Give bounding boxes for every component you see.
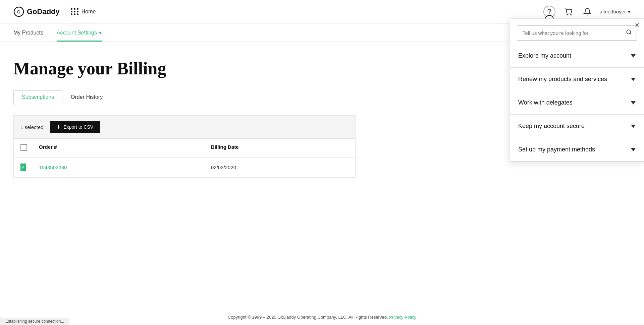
help-panel: ✕ Explore my account Renew my products a… <box>510 18 644 162</box>
home-label: Home <box>82 9 96 15</box>
privacy-policy-link[interactable]: Privacy Policy <box>389 315 416 320</box>
table-row: ✓ 1643502280 02/03/2020 <box>14 157 355 177</box>
chevron-down-icon <box>631 125 636 128</box>
nav-account-settings-chevron-icon: ▾ <box>99 29 102 36</box>
logo: G GoDaddy <box>13 6 60 17</box>
selected-count: 1 selected <box>20 124 43 130</box>
main-content: Manage your Billing Subscriptions Order … <box>0 42 369 191</box>
billing-date-value: 02/03/2020 <box>211 165 236 170</box>
chevron-down-icon <box>631 54 636 58</box>
svg-point-3 <box>571 14 571 15</box>
help-item-delegates[interactable]: Work with delegates <box>510 91 644 115</box>
table-cell-checkbox[interactable]: ✓ <box>14 157 32 177</box>
help-item-secure-label: Keep my account secure <box>518 123 585 130</box>
svg-line-5 <box>630 33 631 34</box>
nav-item-account-settings[interactable]: Account Settings ▾ <box>57 29 102 42</box>
help-item-renew-label: Renew my products and services <box>518 76 607 83</box>
help-item-renew[interactable]: Renew my products and services <box>510 68 644 91</box>
table-header: Order # Billing Date <box>14 139 355 157</box>
header-right: ? + uifeedbuyer ▾ <box>543 6 631 18</box>
chevron-down-icon <box>631 148 636 151</box>
table-header-billing-date: Billing Date <box>204 139 288 157</box>
cart-icon <box>564 8 572 16</box>
home-link[interactable]: Home <box>71 8 96 15</box>
footer-copyright: Copyright © 1999 – 2020 GoDaddy Operatin… <box>228 315 388 320</box>
page-title: Manage your Billing <box>13 59 356 78</box>
svg-text:G: G <box>17 10 20 14</box>
row-checkbox-checked[interactable]: ✓ <box>20 164 26 171</box>
nav-item-my-products[interactable]: My Products <box>13 30 43 42</box>
table-cell-extra <box>288 157 355 177</box>
table-cell-order-num: 1643502280 <box>32 157 204 177</box>
godaddy-logo-icon: G <box>13 6 24 17</box>
export-icon: ⬇ <box>57 124 61 130</box>
table-header-order-num: Order # <box>32 139 204 157</box>
selected-bar: 1 selected ⬇ Export to CSV <box>13 115 356 138</box>
table-header-checkbox <box>14 139 32 157</box>
close-icon: ✕ <box>635 22 640 28</box>
orders-table: Order # Billing Date ✓ 1643502280 02/03/… <box>13 138 356 178</box>
help-search-box <box>510 19 644 44</box>
chevron-down-icon <box>631 78 636 81</box>
tab-subscriptions[interactable]: Subscriptions <box>13 90 62 105</box>
table-cell-billing-date: 02/03/2020 <box>204 157 288 177</box>
cart-button[interactable] <box>562 6 574 18</box>
svg-point-2 <box>567 14 568 15</box>
export-csv-button[interactable]: ⬇ Export to CSV <box>50 121 100 133</box>
help-item-secure[interactable]: Keep my account secure <box>510 115 644 138</box>
tab-order-history-label: Order History <box>71 94 103 100</box>
order-number-link[interactable]: 1643502280 <box>39 165 67 170</box>
table-header-extra <box>288 139 355 157</box>
svg-point-4 <box>627 30 631 34</box>
tab-order-history[interactable]: Order History <box>62 90 111 105</box>
bell-icon <box>583 8 591 16</box>
help-item-payment[interactable]: Set up my payment methods <box>510 138 644 161</box>
tab-subscriptions-label: Subscriptions <box>22 94 54 100</box>
help-search-inner <box>517 25 637 41</box>
header-checkbox[interactable] <box>20 144 27 151</box>
billing-tabs: Subscriptions Order History <box>13 90 356 105</box>
user-chevron-icon: ▾ <box>628 9 631 15</box>
help-item-payment-label: Set up my payment methods <box>518 146 595 153</box>
help-items-list: Explore my account Renew my products and… <box>510 44 644 161</box>
username-label: uifeedbuyer <box>600 9 626 14</box>
help-item-explore[interactable]: Explore my account <box>510 44 644 68</box>
grid-icon <box>71 8 79 15</box>
status-bar: Establishing secure connection... <box>0 318 69 325</box>
user-menu-button[interactable]: uifeedbuyer ▾ <box>600 9 631 15</box>
search-icon <box>626 29 632 35</box>
header-divider <box>65 7 65 17</box>
logo-area: G GoDaddy Home <box>13 6 96 17</box>
chevron-down-icon <box>631 101 636 105</box>
header-left: G GoDaddy Home <box>13 6 96 17</box>
bell-button[interactable] <box>581 6 593 18</box>
help-search-input[interactable] <box>517 26 621 40</box>
logo-text: GoDaddy <box>27 7 60 16</box>
nav-my-products-label: My Products <box>13 30 43 36</box>
help-icon-container: ? + <box>543 6 555 18</box>
privacy-policy-label: Privacy Policy <box>389 315 416 320</box>
help-item-explore-label: Explore my account <box>518 52 571 59</box>
help-panel-close-button[interactable]: ✕ <box>635 21 640 29</box>
help-item-delegates-label: Work with delegates <box>518 99 573 106</box>
status-text: Establishing secure connection... <box>5 319 64 324</box>
export-label: Export to CSV <box>63 124 93 130</box>
nav-account-settings-label: Account Settings <box>57 30 97 36</box>
footer: Copyright © 1999 – 2020 GoDaddy Operatin… <box>0 309 644 325</box>
